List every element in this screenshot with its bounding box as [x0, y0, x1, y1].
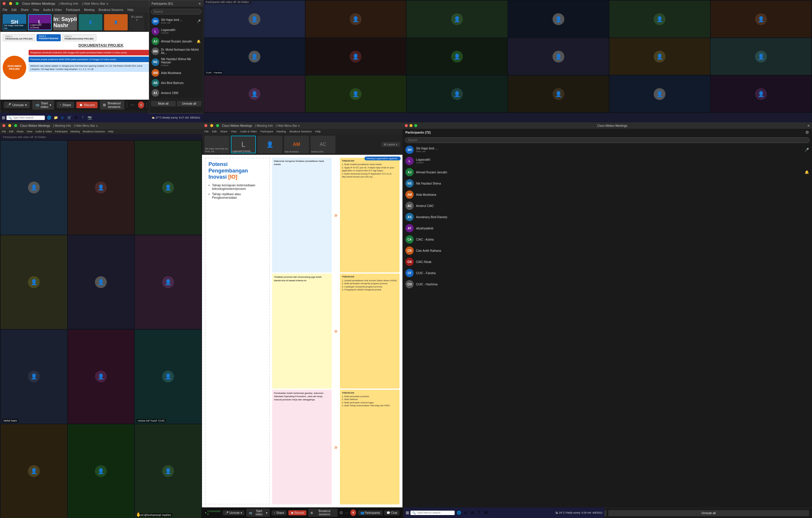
bc-menu-audio[interactable]: Audio & Video — [240, 130, 257, 133]
bc-hide-menu[interactable]: | Hide Menu Bar ∧ — [276, 124, 300, 127]
t2-icon-1[interactable]: 🌐 — [456, 510, 462, 516]
unmute-all-button[interactable]: Unmute all — [177, 101, 202, 107]
bc-menu-participant[interactable]: Participant — [260, 130, 273, 133]
participant-item-am[interactable]: AM Aida Musleiana — [149, 68, 203, 78]
t2-windows-icon[interactable]: ⊞ — [406, 510, 409, 515]
panel-search-input[interactable] — [151, 9, 201, 15]
record-button[interactable]: ⏺ Record — [76, 102, 97, 108]
participant-thumb-1[interactable]: SH Siti Hajar binti Mat Isa — [3, 14, 26, 30]
menu-file[interactable]: File — [3, 8, 7, 11]
bc-menu-breakout[interactable]: Breakout Sessions — [290, 130, 312, 133]
fasa2-tab[interactable]: FASA 2: PENGIKTIRAFAN — [36, 34, 60, 41]
br-item-as[interactable]: AS Asmahany Binti Ramely — [403, 211, 812, 223]
bc-thumb-sh[interactable]: Siti Hajar binti Mat IsaHost, me — [204, 136, 229, 153]
menu-edit[interactable]: Edit — [11, 8, 17, 11]
taskbar-icon-teams[interactable]: T — [80, 115, 86, 121]
bc-video-btn[interactable]: 📹 Start video ▾ — [246, 509, 270, 517]
hide-menu-tab[interactable]: | Hide Menu Bar ∧ — [82, 2, 109, 6]
menu-view[interactable]: View — [33, 8, 39, 11]
taskbar2-search-input[interactable] — [417, 511, 450, 514]
taskbar-search-input[interactable] — [13, 116, 39, 119]
br-unmute-all-btn[interactable]: Unmute all — [608, 510, 809, 516]
bc-menu-view[interactable]: View — [231, 130, 236, 133]
bc-layout-btn[interactable]: ⊞ Layout ∧ — [381, 142, 400, 147]
meeting-info-tab[interactable]: | Meeting Info — [59, 2, 78, 5]
br-item-ch[interactable]: CH CUIC - Hashima — [403, 279, 812, 290]
participant-item-mn[interactable]: MN Dr. Mohd Norhasni bin Mohd As... — [149, 46, 203, 56]
br-item-cr[interactable]: CR Ciac Anith Raihana — [403, 245, 812, 256]
bc-thumb-ac[interactable]: AC Amierul CIAC — [311, 136, 336, 153]
participant-item-ab[interactable]: AB Aini Binti Bahrum — [149, 78, 203, 88]
bl-menu-meeting[interactable]: Meeting — [70, 130, 80, 133]
bc-record-btn[interactable]: ⏺ Record — [288, 510, 306, 515]
br-item-am[interactable]: AM Aida Musleiana — [403, 189, 812, 200]
br-item-aj[interactable]: AJ Ahmad Ruzaini Janudin 🔔 — [403, 167, 812, 178]
t2-icon-mail[interactable]: ✉ — [469, 510, 475, 516]
participant-item-aj[interactable]: AJ Ahmad Ruzaini Janudin 🔔 — [149, 36, 203, 46]
bc-gear-btn[interactable]: ⚙ — [339, 510, 343, 515]
bc-more-btn[interactable]: ··· — [345, 510, 348, 515]
br-search-input[interactable] — [405, 137, 810, 143]
participant-thumb-3[interactable]: In: Saypli Nashr — [53, 14, 77, 30]
bl-menu-view[interactable]: View — [27, 130, 32, 133]
bc-menu-help[interactable]: Help — [315, 130, 321, 133]
bc-meeting-info[interactable]: | Meeting Info — [255, 124, 273, 127]
bc-menu-edit[interactable]: Edit — [212, 130, 217, 133]
menu-help[interactable]: Help — [127, 8, 134, 11]
panel-close[interactable]: ✕ — [198, 2, 201, 5]
participant-thumb-layout[interactable]: ⊞ Layout ∧ — [129, 14, 144, 30]
bl-menu-file[interactable]: File — [2, 130, 6, 133]
bc-close-btn[interactable]: ✕ — [350, 510, 356, 516]
participant-item-sh[interactable]: SH Siti Hajar binti ... Host, me 🎤 — [149, 16, 203, 26]
participant-item-a1[interactable]: A1 Amierul 1990 — [149, 88, 203, 98]
menu-participant[interactable]: Participant — [66, 8, 80, 11]
t2-icon-teams[interactable]: T — [476, 510, 482, 516]
bc-thumb-am[interactable]: AM Aida Musleiana — [284, 136, 309, 153]
bl-menu-breakout[interactable]: Breakout Sessions — [83, 130, 105, 133]
participant-thumb-4[interactable]: 👤 — [79, 14, 102, 30]
bc-share-btn[interactable]: ↑ Share — [271, 510, 287, 515]
fasa3-tab[interactable]: FASA 3: PEMBANGUNAN PROJEK — [62, 34, 96, 41]
bc-breakout-btn[interactable]: ⊞ Breakout sessions — [308, 509, 338, 517]
bc-unmute-btn[interactable]: 🎤 Unmute ▾ — [223, 510, 244, 515]
br-item-cn[interactable]: CN CIAC-Nisak — [403, 256, 812, 267]
menu-share[interactable]: Share — [21, 8, 29, 11]
br-item-l[interactable]: L Logasvathi Cohost — [403, 155, 812, 167]
taskbar-icon-edge[interactable]: e — [60, 115, 65, 121]
participant-item-ns[interactable]: NS Nik Hazlatul Shima Nik Hassan Cohost — [149, 56, 203, 68]
menu-breakout[interactable]: Breakout Sessions — [99, 8, 123, 11]
bl-menu-share[interactable]: Share — [17, 130, 24, 133]
bc-menu-file[interactable]: File — [204, 130, 209, 133]
unmute-button[interactable]: 🎤 Unmute ▾ — [4, 102, 30, 108]
bl-menu-help[interactable]: Help — [108, 130, 114, 133]
br-item-ca[interactable]: CA CIAC - Azieta — [403, 234, 812, 245]
bc-thumb-l[interactable]: L Logasvathi (Cohost) — [231, 136, 256, 153]
close-button[interactable]: ✕ — [138, 102, 144, 109]
breakout-button[interactable]: ⊞ Breakout sessions — [100, 100, 124, 110]
mute-all-button[interactable]: Mute all — [151, 101, 176, 107]
t2-icon-webex[interactable]: W — [483, 510, 489, 516]
br-item-ac[interactable]: AC Amierul CIAC — [403, 200, 812, 211]
menu-meeting[interactable]: Meeting — [84, 8, 95, 11]
menu-audio[interactable]: Audio & Video — [44, 8, 62, 11]
bc-participants-btn[interactable]: 👥 Participants — [358, 510, 382, 515]
taskbar-icon-mail[interactable]: ✉ — [73, 115, 79, 121]
participant-thumb-5[interactable]: 👤 — [104, 14, 128, 30]
bl-menu-audio[interactable]: Audio & Video — [35, 130, 52, 133]
more-options-btn[interactable]: ··· — [129, 102, 135, 108]
taskbar-icon-1[interactable]: 🌐 — [46, 115, 52, 121]
br-item-ay[interactable]: AY atiyahyaakob — [403, 223, 812, 234]
bc-menu-share[interactable]: Share — [220, 130, 227, 133]
bc-chat-btn[interactable]: 💬 Chat — [384, 510, 400, 515]
t2-icon-edge[interactable]: e — [463, 510, 468, 516]
br-close[interactable]: ✕ — [807, 124, 810, 127]
bc-menu-meeting[interactable]: Meeting — [277, 130, 286, 133]
participant-thumb-2[interactable]: L Logasvathi (Cohost) — [28, 14, 52, 30]
taskbar-icon-store[interactable]: 🛒 — [66, 115, 72, 121]
windows-logo-icon[interactable]: ⊞ — [2, 115, 5, 120]
fasa1-tab[interactable]: FASA 1: PENGHASILAN PROJEK — [3, 34, 35, 41]
br-item-cf[interactable]: CF CUIC - Farisha — [403, 267, 812, 279]
start-video-button[interactable]: 📹 Start video ▾ — [32, 100, 54, 110]
br-item-sh[interactable]: SH Siti Hajar binti ... Host, me 🎤 — [403, 144, 812, 155]
bc-thumb-3[interactable]: 👤 — [257, 136, 283, 153]
